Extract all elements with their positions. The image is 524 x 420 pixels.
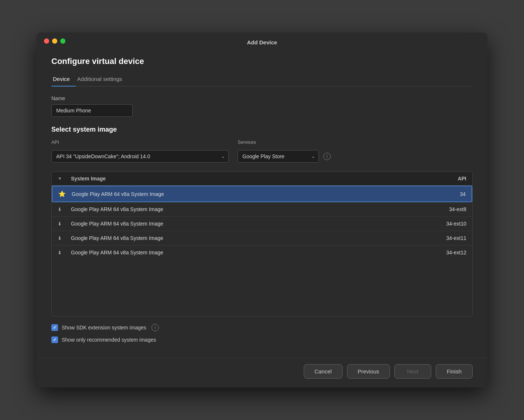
checkbox-recommended-row: Show only recommended system images xyxy=(51,336,473,343)
download-icon: ⬇ xyxy=(58,221,71,227)
row-api-value: 34 xyxy=(421,191,466,197)
download-icon: ⬇ xyxy=(58,236,71,241)
finish-button[interactable]: Finish xyxy=(436,364,473,379)
checkbox-sdk-ext-row: Show SDK extension system images i xyxy=(51,324,473,331)
sort-chevron: ▼ xyxy=(58,176,71,181)
api-selector-group: API API 34 "UpsideDownCake"; Android 14.… xyxy=(51,139,229,163)
column-system-image: System Image xyxy=(71,176,422,182)
sdk-ext-info-icon[interactable]: i xyxy=(152,324,159,331)
add-device-dialog: Add Device Configure virtual device Devi… xyxy=(37,33,487,387)
services-label: Services xyxy=(238,139,331,145)
row-image-name: Google Play ARM 64 v8a System Image xyxy=(71,250,422,255)
services-dropdown[interactable]: Google Play Store xyxy=(238,150,319,163)
checkbox-sdk-ext-label: Show SDK extension system images xyxy=(62,325,146,331)
row-api-value: 34-ext10 xyxy=(422,221,466,227)
cancel-button[interactable]: Cancel xyxy=(304,364,343,379)
minimize-button[interactable] xyxy=(52,38,57,44)
row-api-value: 34-ext8 xyxy=(422,206,466,212)
api-dropdown-wrapper: API 34 "UpsideDownCake"; Android 14.0 xyxy=(51,150,229,163)
dialog-title: Add Device xyxy=(247,39,277,45)
selectors-row: API API 34 "UpsideDownCake"; Android 14.… xyxy=(51,139,473,163)
next-button: Next xyxy=(394,364,431,379)
previous-button[interactable]: Previous xyxy=(347,364,390,379)
services-info-icon[interactable]: i xyxy=(323,153,331,160)
download-icon: ⬇ xyxy=(58,207,71,212)
checkbox-recommended-label: Show only recommended system images xyxy=(62,337,156,343)
column-api: API xyxy=(422,176,466,182)
dialog-body: Configure virtual device Device Addition… xyxy=(37,49,487,358)
api-dropdown[interactable]: API 34 "UpsideDownCake"; Android 14.0 xyxy=(51,150,229,163)
checkbox-recommended[interactable] xyxy=(51,336,58,343)
table-row[interactable]: ⬇ Google Play ARM 64 v8a System Image 34… xyxy=(52,231,472,245)
services-dropdown-wrapper: Google Play Store xyxy=(238,150,319,163)
name-input[interactable] xyxy=(51,104,133,117)
table-row[interactable]: ⭐ Google Play ARM 64 v8a System Image 34 xyxy=(52,186,472,202)
configure-title: Configure virtual device xyxy=(51,57,473,66)
download-icon: ⬇ xyxy=(58,250,71,255)
table-row[interactable]: ⬇ Google Play ARM 64 v8a System Image 34… xyxy=(52,245,472,260)
system-image-table: ▼ System Image API ⭐ Google Play ARM 64 … xyxy=(51,172,473,316)
row-image-name: Google Play ARM 64 v8a System Image xyxy=(71,235,422,241)
checkboxes-area: Show SDK extension system images i Show … xyxy=(51,324,473,343)
row-api-value: 34-ext12 xyxy=(422,250,466,255)
close-button[interactable] xyxy=(44,38,49,44)
table-header: ▼ System Image API xyxy=(52,172,472,186)
checkbox-sdk-ext[interactable] xyxy=(51,324,58,331)
row-image-name: Google Play ARM 64 v8a System Image xyxy=(71,221,422,227)
table-row[interactable]: ⬇ Google Play ARM 64 v8a System Image 34… xyxy=(52,217,472,231)
services-selector-group: Services Google Play Store i xyxy=(238,139,331,163)
tab-additional-settings[interactable]: Additional settings xyxy=(76,73,128,87)
star-icon: ⭐ xyxy=(58,190,72,197)
tabs-container: Device Additional settings xyxy=(51,73,473,87)
window-controls xyxy=(44,38,65,44)
row-image-name: Google Play ARM 64 v8a System Image xyxy=(71,206,422,212)
row-image-name: Google Play ARM 64 v8a System Image xyxy=(72,191,421,197)
tab-device[interactable]: Device xyxy=(51,73,76,87)
api-label: API xyxy=(51,139,229,145)
table-row[interactable]: ⬇ Google Play ARM 64 v8a System Image 34… xyxy=(52,202,472,217)
maximize-button[interactable] xyxy=(60,38,65,44)
name-label: Name xyxy=(51,95,473,101)
system-image-title: Select system image xyxy=(51,126,473,133)
title-bar: Add Device xyxy=(37,33,487,49)
row-api-value: 34-ext11 xyxy=(422,235,466,241)
dialog-footer: Cancel Previous Next Finish xyxy=(37,358,487,387)
